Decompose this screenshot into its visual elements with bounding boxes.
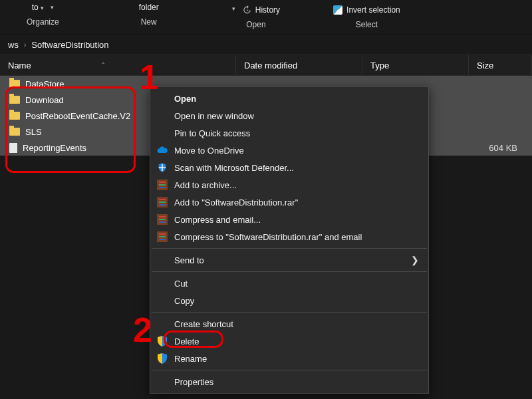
column-header-type[interactable]: Type: [362, 55, 469, 75]
ribbon-dropdown-3[interactable]: ▾: [232, 5, 235, 12]
ribbon-group-label: Organize: [27, 17, 59, 27]
ribbon-group-organize: to ▾ ▾ Organize: [27, 0, 59, 27]
menu-add-archive[interactable]: Add to archive...: [150, 176, 428, 194]
winrar-icon: [157, 180, 168, 190]
menu-open-new-window[interactable]: Open in new window: [150, 107, 428, 124]
svg-rect-11: [159, 216, 166, 217]
menu-scan-defender[interactable]: Scan with Microsoft Defender...: [150, 159, 428, 176]
svg-rect-17: [159, 239, 166, 240]
winrar-icon: [157, 231, 168, 242]
svg-rect-16: [159, 236, 166, 237]
invert-selection-button[interactable]: Invert selection: [333, 5, 400, 15]
svg-rect-9: [159, 204, 166, 205]
breadcrumb[interactable]: ws › SoftwareDistribution: [0, 35, 532, 55]
history-button[interactable]: History: [242, 5, 280, 15]
defender-shield-icon: [157, 162, 168, 173]
column-header-date[interactable]: Date modified: [236, 55, 362, 75]
winrar-icon: [157, 197, 168, 207]
ribbon-dropdown-2[interactable]: ▾: [51, 4, 54, 11]
menu-cut[interactable]: Cut: [150, 275, 428, 292]
ribbon-group-new: folder New: [139, 0, 159, 27]
menu-open[interactable]: Open: [150, 90, 428, 107]
column-header-size[interactable]: Size: [469, 55, 532, 75]
ribbon-to-dropdown[interactable]: to ▾: [32, 3, 44, 12]
svg-rect-4: [159, 184, 166, 186]
ribbon-group-label: Open: [246, 20, 265, 29]
chevron-right-icon: ❯: [411, 255, 419, 265]
menu-separator: [152, 312, 427, 313]
ribbon-group-open: ▾ History Open: [232, 0, 280, 29]
breadcrumb-segment[interactable]: SoftwareDistribution: [31, 40, 108, 50]
ribbon-group-label: New: [141, 17, 157, 27]
menu-copy[interactable]: Copy: [150, 292, 428, 309]
column-header-row: Name ˄ Date modified Type Size: [0, 55, 532, 76]
svg-rect-3: [159, 182, 166, 183]
svg-rect-5: [159, 187, 166, 188]
menu-pin-quick-access[interactable]: Pin to Quick access: [150, 124, 428, 142]
svg-rect-12: [159, 219, 166, 220]
winrar-icon: [157, 214, 168, 225]
ribbon-group-label: Select: [356, 20, 378, 29]
svg-rect-1: [159, 167, 166, 168]
menu-move-onedrive[interactable]: Move to OneDrive: [150, 142, 428, 159]
uac-shield-icon: [157, 353, 168, 364]
column-header-name[interactable]: Name ˄: [0, 55, 236, 75]
ribbon-folder-label[interactable]: folder: [139, 3, 159, 12]
onedrive-icon: [157, 145, 168, 156]
chevron-right-icon: ›: [24, 41, 26, 49]
menu-properties[interactable]: Properties: [150, 373, 428, 390]
menu-compress-rar-email[interactable]: Compress to "SoftwareDistribution.rar" a…: [150, 228, 428, 245]
menu-compress-email[interactable]: Compress and email...: [150, 211, 428, 228]
menu-add-rar[interactable]: Add to "SoftwareDistribution.rar": [150, 194, 428, 211]
ribbon-group-select: Invert selection Select: [333, 0, 400, 29]
menu-separator: [152, 271, 427, 272]
annotation-box-1: [5, 86, 136, 173]
menu-send-to[interactable]: Send to ❯: [150, 251, 428, 269]
invert-selection-icon: [333, 5, 342, 15]
sort-ascending-icon: ˄: [102, 62, 105, 68]
svg-rect-13: [159, 221, 166, 223]
menu-rename[interactable]: Rename: [150, 350, 428, 367]
ribbon-toolbar: to ▾ ▾ Organize folder New ▾ History Ope…: [0, 0, 532, 35]
svg-rect-8: [159, 201, 166, 203]
svg-rect-15: [159, 233, 166, 235]
annotation-box-2: [164, 331, 223, 348]
breadcrumb-segment[interactable]: ws: [8, 40, 19, 50]
menu-separator: [152, 248, 427, 249]
menu-separator: [152, 370, 427, 370]
svg-rect-7: [159, 199, 166, 200]
